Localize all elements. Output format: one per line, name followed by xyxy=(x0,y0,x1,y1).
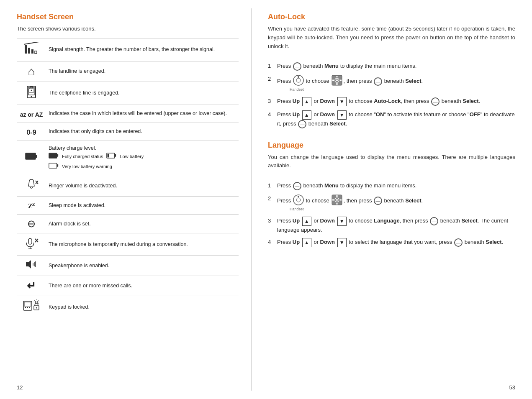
svg-rect-62 xyxy=(337,203,338,205)
cellphone-icon xyxy=(26,90,37,101)
signal-icon-cell xyxy=(17,38,46,61)
step-num-4: 4 xyxy=(268,110,274,128)
svg-rect-35 xyxy=(29,307,30,308)
battery-full-inline-svg xyxy=(49,153,59,159)
sleep-icon: ZZ xyxy=(28,202,35,210)
svg-point-50 xyxy=(336,79,338,81)
svg-rect-31 xyxy=(23,301,32,310)
battery-full-icon xyxy=(49,153,59,161)
table-row: Ringer volume is deactivated. xyxy=(17,175,239,196)
list-item: 2 Press to choose xyxy=(268,75,515,93)
svg-rect-18 xyxy=(49,163,57,168)
table-row: ZZ Sleep mode is activated. xyxy=(17,196,239,214)
icon-table: Signal strength. The greater the number … xyxy=(17,38,239,318)
svg-rect-32 xyxy=(24,302,31,306)
az-desc: Indicates the case in which letters will… xyxy=(46,105,239,123)
battery-full-label: Fully charged status xyxy=(62,153,103,160)
svg-rect-17 xyxy=(115,154,116,156)
svg-rect-22 xyxy=(28,238,32,244)
speaker-svg xyxy=(24,259,39,270)
mute-svg xyxy=(24,237,39,249)
autolock-intro: When you have activated this feature, so… xyxy=(268,25,515,51)
settings-menu-icon-1 xyxy=(332,75,342,88)
digits-icon: 0-9 xyxy=(26,129,36,136)
keypad-icon-cell xyxy=(17,296,46,318)
battery-low-icon xyxy=(106,153,116,161)
svg-rect-0 xyxy=(25,45,27,54)
sleep-icon-cell: ZZ xyxy=(17,196,46,214)
page-num-left: 12 xyxy=(17,384,23,391)
select-btn-1: — xyxy=(431,97,439,106)
down-btn-4: ▼ xyxy=(337,238,347,247)
svg-rect-2 xyxy=(31,49,33,54)
svg-rect-33 xyxy=(25,307,26,308)
az-icon-cell: az or AZ xyxy=(17,105,46,123)
battery-icon-cell xyxy=(17,141,46,175)
battery-vlow-svg xyxy=(49,163,59,169)
table-row: Keypad is locked. xyxy=(17,296,239,318)
svg-rect-14 xyxy=(57,154,58,156)
battery-vlow-label: Very low battery warning xyxy=(62,164,112,170)
alarm-icon-cell: ⊖ xyxy=(17,214,46,233)
signal-desc: Signal strength. The greater the number … xyxy=(46,38,239,61)
ringer-svg xyxy=(24,179,39,190)
autolock-title: Auto-Lock xyxy=(268,13,515,21)
battery-main-icon xyxy=(25,152,38,163)
svg-line-40 xyxy=(38,300,39,300)
svg-rect-13 xyxy=(49,153,57,158)
lang-step-2-text: Press to choose xyxy=(277,194,515,212)
mute-icon xyxy=(24,241,39,251)
lang-step-3-text: Press Up ▲ or Down ▼ to choose Language,… xyxy=(277,217,515,234)
lang-step-num-1: 1 xyxy=(268,182,274,190)
select-btn-3: — xyxy=(430,217,438,225)
list-item: 4 Press Up ▲ or Down ▼ to select the lan… xyxy=(268,238,515,247)
table-row: The cellphone line is engaged. xyxy=(17,82,239,105)
language-title: Language xyxy=(268,141,515,150)
step-num-3: 3 xyxy=(268,97,274,106)
alarm-icon: ⊖ xyxy=(27,218,36,229)
missed-icon-cell: ↵ xyxy=(17,276,46,296)
select-btn-2: — xyxy=(298,120,306,128)
table-row: Signal strength. The greater the number … xyxy=(17,38,239,61)
svg-rect-19 xyxy=(57,164,58,166)
list-item: 3 Press Up ▲ or Down ▼ to choose Auto-Lo… xyxy=(268,97,515,106)
svg-point-37 xyxy=(36,307,37,308)
lang-step-1-text: Press — beneath Menu to display the main… xyxy=(277,182,515,190)
svg-point-57 xyxy=(298,196,299,197)
language-section: Language You can change the language use… xyxy=(268,141,515,248)
svg-rect-54 xyxy=(340,79,342,81)
table-row: ↵ There are one or more missed calls. xyxy=(17,276,239,296)
mute-icon-cell xyxy=(17,233,46,255)
svg-rect-53 xyxy=(332,79,334,81)
ringer-icon xyxy=(24,182,39,192)
lang-step-num-4: 4 xyxy=(268,238,274,247)
svg-rect-63 xyxy=(332,199,334,200)
svg-point-10 xyxy=(31,90,32,91)
svg-point-60 xyxy=(336,199,338,201)
page-content: Handset Screen The screen shows various … xyxy=(0,0,532,399)
svg-line-4 xyxy=(24,42,39,44)
list-item: 2 Press to choose xyxy=(268,194,515,212)
autolock-steps: 1 Press — beneath Menu to display the ma… xyxy=(268,62,515,128)
left-column: Handset Screen The screen shows various … xyxy=(0,0,251,399)
svg-rect-11 xyxy=(26,153,36,159)
lang-step-num-2: 2 xyxy=(268,194,274,212)
landline-desc: The landline is engaged. xyxy=(46,61,239,82)
svg-point-46 xyxy=(296,78,301,82)
down-btn-2: ▼ xyxy=(337,110,347,120)
step-num-1: 1 xyxy=(268,62,274,71)
table-row: ⌂ The landline is engaged. xyxy=(17,61,239,82)
house-icon: ⌂ xyxy=(28,65,35,78)
svg-rect-16 xyxy=(108,153,109,157)
list-item: 3 Press Up ▲ or Down ▼ to choose Languag… xyxy=(268,217,515,234)
battery-desc: Battery charge level. Fully charged stat… xyxy=(46,141,239,175)
signal-icon xyxy=(24,42,39,58)
table-row: 0-9 Indicates that only digits can be en… xyxy=(17,123,239,141)
signal-bars-svg xyxy=(24,42,39,55)
select-btn-4: — xyxy=(454,238,463,247)
svg-point-38 xyxy=(36,301,38,303)
keypad-desc: Keypad is locked. xyxy=(46,296,239,318)
speaker-icon-cell xyxy=(17,255,46,276)
settings-menu-icon-2 xyxy=(332,194,342,208)
list-item: 1 Press — beneath Menu to display the ma… xyxy=(268,182,515,190)
